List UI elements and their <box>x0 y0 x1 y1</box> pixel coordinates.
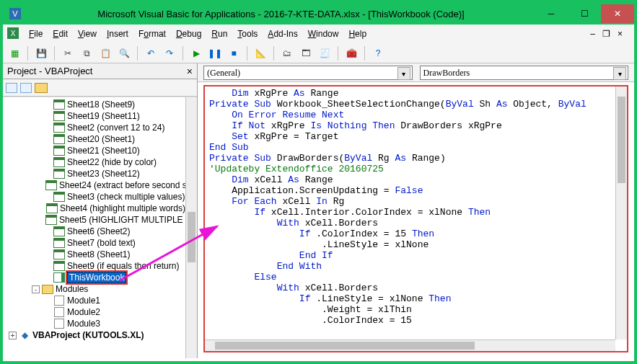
tree-node[interactable]: Sheet3 (check multiple values) <box>9 191 185 203</box>
properties-icon[interactable]: 🗔 <box>299 46 313 61</box>
tree-node[interactable]: Sheet19 (Sheet11) <box>9 110 185 122</box>
tree-scrollbar[interactable] <box>185 97 197 358</box>
tree-twisty <box>43 262 51 270</box>
object-combo[interactable]: (General) <box>203 66 413 80</box>
tree-twisty <box>43 274 51 282</box>
tree-node[interactable]: Module1 <box>9 295 185 306</box>
svg-text:V: V <box>12 9 18 18</box>
help-icon[interactable]: ? <box>371 46 385 61</box>
cut-icon[interactable]: ✂ <box>61 46 75 61</box>
close-button[interactable]: ✕ <box>601 4 634 23</box>
code-line: If xCell.Interior.ColorIndex = xlNone Th… <box>209 207 615 218</box>
project-explorer-close-button[interactable]: × <box>187 66 193 77</box>
code-line: End Sub <box>209 142 615 153</box>
client-area: Project - VBAProject × Sheet18 (Sheet9)S… <box>3 63 634 358</box>
menu-addins[interactable]: Add-Ins <box>263 27 302 40</box>
tree-node[interactable]: Sheet7 (bold text) <box>9 237 185 249</box>
minimize-button[interactable]: ─ <box>535 4 568 23</box>
mdi-minimize-button[interactable]: – <box>590 29 595 39</box>
sheet-icon <box>53 249 65 259</box>
design-mode-icon[interactable]: 📐 <box>253 46 268 61</box>
reset-icon[interactable]: ■ <box>227 46 241 61</box>
break-icon[interactable]: ❚❚ <box>208 46 222 61</box>
copy-icon[interactable]: ⧉ <box>79 46 94 61</box>
menu-run[interactable]: Run <box>207 27 232 40</box>
tree-node[interactable]: Sheet20 (Sheet1) <box>9 133 185 145</box>
tree-node[interactable]: Sheet18 (Sheet9) <box>9 99 185 110</box>
tree-node[interactable]: Module2 <box>9 306 185 318</box>
tree-node[interactable]: Sheet2 (convert 12 to 24) <box>9 122 185 133</box>
project-explorer-toolbar <box>3 79 197 97</box>
tree-node[interactable]: ThisWorkbook <box>9 272 185 283</box>
run-icon[interactable]: ▶ <box>189 46 203 61</box>
tree-node[interactable]: Sheet23 (Sheet12) <box>9 168 185 179</box>
tree-node[interactable]: Module3 <box>9 318 185 329</box>
code-editor[interactable]: Dim xRgPre As RangePrivate Sub Workbook_… <box>205 86 615 339</box>
project-tree[interactable]: Sheet18 (Sheet9)Sheet19 (Sheet11)Sheet2 … <box>3 97 185 358</box>
code-line: 'Updateby Extendoffice 20160725 <box>209 164 615 174</box>
tree-node[interactable]: -Modules <box>9 283 185 295</box>
tree-node[interactable]: Sheet24 (extract before second space) <box>9 179 185 191</box>
standard-toolbar: ▦ 💾 ✂ ⧉ 📋 🔍 ↶ ↷ ▶ ❚❚ ■ 📐 🗂 🗔 🧾 🧰 ? <box>3 43 634 63</box>
code-line: If .LineStyle = xlNone Then <box>209 293 615 304</box>
svg-text:X: X <box>11 30 16 37</box>
sheet-icon <box>53 261 65 271</box>
tree-label: VBAProject (KUTOOLS.XL) <box>32 330 144 340</box>
menu-window[interactable]: Window <box>304 27 343 40</box>
tree-node[interactable]: Sheet8 (Sheet1) <box>9 249 185 260</box>
tree-twisty <box>43 251 51 259</box>
undo-icon[interactable]: ↶ <box>144 46 158 61</box>
tree-node[interactable]: Sheet5 (HIGHLIGHT MULTIPLE VALUES) <box>9 214 185 226</box>
toggle-folders-icon[interactable] <box>35 83 48 93</box>
tree-twisty <box>43 124 51 132</box>
sheet-icon <box>53 111 65 121</box>
tree-label: ThisWorkbook <box>67 272 126 283</box>
tree-twisty <box>43 228 51 236</box>
tree-node[interactable]: Sheet4 (highlight multiple words) <box>9 203 185 214</box>
find-icon[interactable]: 🔍 <box>117 46 131 61</box>
tree-node[interactable]: Sheet9 (if equals then return) <box>9 260 185 272</box>
code-line: End If <box>209 250 615 261</box>
code-line: .LineStyle = xlNone <box>209 239 615 250</box>
tree-label: Sheet23 (Sheet12) <box>67 169 140 179</box>
view-object-icon[interactable] <box>20 83 32 93</box>
procedure-combo[interactable]: DrawBorders <box>420 66 629 80</box>
view-excel-icon[interactable]: ▦ <box>7 46 22 61</box>
maximize-button[interactable]: ☐ <box>568 4 601 23</box>
tree-label: Sheet2 (convert 12 to 24) <box>67 123 164 133</box>
toolbox-icon[interactable]: 🧰 <box>344 46 359 61</box>
tree-twisty <box>43 308 51 316</box>
code-line: With xCell.Borders <box>209 283 615 293</box>
menu-file[interactable]: File <box>25 27 47 40</box>
tree-twisty[interactable]: + <box>9 332 17 339</box>
tree-twisty[interactable]: - <box>32 285 40 293</box>
tree-node[interactable]: Sheet21 (Sheet10) <box>9 145 185 156</box>
code-line: .Weight = xlThin <box>209 304 615 315</box>
code-vscrollbar[interactable] <box>615 86 627 339</box>
tree-node[interactable]: Sheet22 (hide by color) <box>9 156 185 168</box>
mdi-restore-button[interactable]: ❐ <box>602 29 610 39</box>
menu-insert[interactable]: Insert <box>102 27 133 40</box>
code-hscrollbar[interactable] <box>205 339 615 351</box>
mdi-close-button[interactable]: × <box>618 29 623 39</box>
view-code-icon[interactable] <box>6 83 17 93</box>
tree-label: Sheet7 (bold text) <box>67 238 136 248</box>
project-explorer-icon[interactable]: 🗂 <box>280 46 294 61</box>
object-browser-icon[interactable]: 🧾 <box>317 46 332 61</box>
project-explorer: Project - VBAProject × Sheet18 (Sheet9)S… <box>3 63 198 358</box>
save-icon[interactable]: 💾 <box>34 46 48 61</box>
menu-view[interactable]: View <box>74 27 101 40</box>
menu-tools[interactable]: Tools <box>233 27 262 40</box>
tree-node[interactable]: Sheet6 (Sheet2) <box>9 226 185 237</box>
menu-debug[interactable]: Debug <box>172 27 206 40</box>
tree-node[interactable]: +VBAProject (KUTOOLS.XL) <box>9 329 185 341</box>
paste-icon[interactable]: 📋 <box>98 46 113 61</box>
tree-label: Sheet22 (hide by color) <box>67 157 157 167</box>
menu-edit[interactable]: Edit <box>48 27 72 40</box>
menu-format[interactable]: Format <box>134 27 170 40</box>
tree-label: Sheet9 (if equals then return) <box>67 261 179 271</box>
tree-twisty <box>43 112 51 120</box>
redo-icon[interactable]: ↷ <box>162 46 177 61</box>
tree-twisty <box>43 136 51 143</box>
menu-help[interactable]: Help <box>344 27 371 40</box>
